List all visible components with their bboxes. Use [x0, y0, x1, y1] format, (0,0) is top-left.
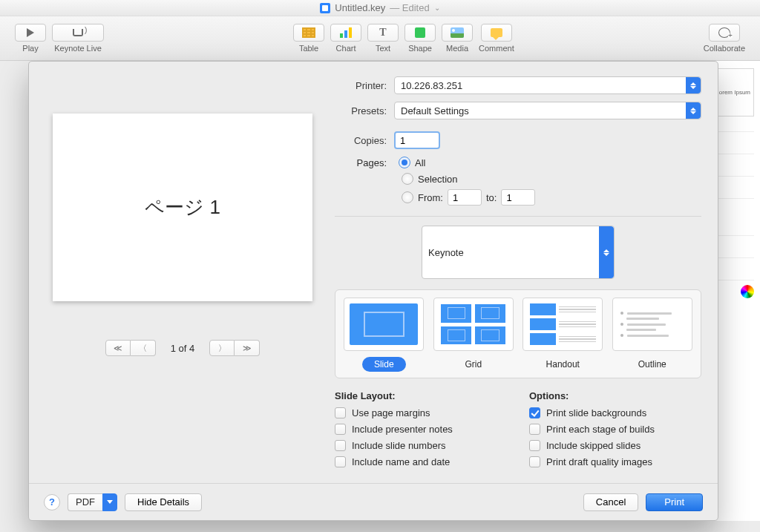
- table-icon: [302, 27, 315, 38]
- pages-all-radio[interactable]: [399, 157, 410, 168]
- print-dialog: ページ 1 ≪ 〈 1 of 4 〉 ≫ Printer: 10.226.83.…: [28, 61, 718, 521]
- next-page-button[interactable]: 〉: [209, 340, 235, 356]
- layout-grid-tile[interactable]: Grid: [433, 298, 515, 372]
- live-label: Keynote Live: [54, 44, 102, 53]
- edited-indicator: — Edited: [390, 2, 429, 13]
- app-options-select[interactable]: Keynote: [422, 226, 615, 279]
- main-toolbar: Play Keynote Live Table Chart T Text Sha…: [0, 16, 760, 61]
- play-label: Play: [22, 44, 38, 53]
- shape-button[interactable]: [404, 24, 436, 42]
- print-options: Options: Print slide backgrounds Print e…: [529, 390, 701, 473]
- prev-page-button[interactable]: 〈: [131, 340, 156, 356]
- select-arrows-icon: [599, 226, 614, 278]
- play-button[interactable]: [15, 24, 46, 42]
- collaborate-button[interactable]: [709, 24, 740, 42]
- handout-tile-label: Handout: [534, 357, 592, 372]
- name-date-label: Include name and date: [352, 456, 450, 467]
- help-button[interactable]: ?: [44, 494, 60, 510]
- collaborate-label: Collaborate: [704, 44, 745, 53]
- chart-button[interactable]: [330, 24, 361, 42]
- printer-label: Printer:: [335, 80, 394, 91]
- slide-numbers-label: Include slide numbers: [352, 440, 445, 451]
- print-builds-checkbox[interactable]: [529, 424, 540, 435]
- collaborate-icon: [718, 27, 730, 38]
- print-builds-label: Print each stage of builds: [546, 424, 655, 435]
- pages-range-radio[interactable]: [402, 191, 413, 203]
- presenter-notes-label: Include presenter notes: [352, 424, 453, 435]
- print-settings-column: Printer: 10.226.83.251 Presets: Default …: [335, 76, 701, 473]
- pages-selection-label: Selection: [418, 174, 457, 185]
- grid-tile-label: Grid: [453, 357, 494, 372]
- presets-label: Presets:: [335, 105, 394, 116]
- table-button[interactable]: [293, 24, 324, 42]
- layout-outline-tile[interactable]: Outline: [612, 298, 694, 372]
- pdf-button-label: PDF: [76, 496, 95, 508]
- from-input[interactable]: [448, 189, 482, 206]
- print-preview-column: ページ 1 ≪ 〈 1 of 4 〉 ≫: [45, 76, 320, 473]
- presenter-notes-checkbox[interactable]: [335, 424, 346, 435]
- comment-label: Comment: [479, 44, 514, 53]
- text-label: Text: [376, 44, 390, 53]
- first-page-button[interactable]: ≪: [105, 340, 131, 356]
- print-backgrounds-checkbox[interactable]: [529, 407, 540, 418]
- copies-input[interactable]: [394, 131, 440, 149]
- outline-tile-label: Outline: [626, 357, 678, 372]
- table-label: Table: [299, 44, 318, 53]
- window-titlebar: Untitled.key — Edited ⌄: [0, 0, 760, 16]
- document-title: Untitled.key: [335, 2, 385, 13]
- preview-slide-text: ページ 1: [145, 194, 220, 220]
- play-icon: [27, 28, 34, 37]
- media-icon: [451, 27, 464, 38]
- outline-layout-icon: [620, 312, 684, 337]
- pdf-menu-button[interactable]: PDF: [68, 493, 117, 511]
- text-icon: T: [379, 27, 386, 39]
- draft-quality-checkbox[interactable]: [529, 456, 540, 467]
- name-date-checkbox[interactable]: [335, 456, 346, 467]
- color-wheel-icon[interactable]: [741, 285, 754, 298]
- layout-tiles: Slide Grid Handout: [335, 289, 701, 378]
- last-page-button[interactable]: ≫: [235, 340, 260, 356]
- print-button[interactable]: Print: [646, 493, 703, 511]
- preview-page: ページ 1: [53, 114, 312, 301]
- use-margins-checkbox[interactable]: [335, 407, 346, 418]
- layout-slide-tile[interactable]: Slide: [343, 298, 425, 372]
- slide-numbers-checkbox[interactable]: [335, 440, 346, 451]
- slide-layout-options: Slide Layout: Use page margins Include p…: [335, 390, 507, 473]
- cancel-button[interactable]: Cancel: [583, 493, 638, 511]
- hide-details-button[interactable]: Hide Details: [125, 493, 202, 511]
- options-heading: Options:: [529, 390, 701, 401]
- presets-value: Default Settings: [401, 105, 469, 116]
- slide-layout-heading: Slide Layout:: [335, 390, 507, 401]
- separator: [335, 216, 701, 217]
- chevron-down-icon: [102, 493, 117, 511]
- title-chevron-icon[interactable]: ⌄: [434, 4, 440, 12]
- media-button[interactable]: [442, 24, 473, 42]
- preview-counter: 1 of 4: [171, 343, 195, 354]
- layout-handout-tile[interactable]: Handout: [522, 298, 604, 372]
- from-label: From:: [418, 192, 443, 203]
- media-label: Media: [446, 44, 468, 53]
- include-skipped-label: Include skipped slides: [546, 440, 641, 451]
- comment-button[interactable]: [481, 24, 512, 42]
- text-button[interactable]: T: [367, 24, 399, 42]
- broadcast-icon: [73, 29, 83, 36]
- app-options-value: Keynote: [428, 247, 464, 258]
- presets-select[interactable]: Default Settings: [394, 102, 701, 119]
- to-input[interactable]: [501, 189, 535, 206]
- document-icon: [320, 3, 330, 13]
- select-arrows-icon: [686, 102, 701, 119]
- keynote-live-button[interactable]: [52, 24, 104, 42]
- handout-layout-icon: [530, 303, 596, 345]
- include-skipped-checkbox[interactable]: [529, 440, 540, 451]
- draft-quality-label: Print draft quality images: [546, 456, 652, 467]
- grid-layout-icon: [441, 304, 505, 345]
- shape-label: Shape: [408, 44, 432, 53]
- use-margins-label: Use page margins: [352, 407, 430, 418]
- pages-selection-radio[interactable]: [402, 173, 413, 185]
- print-backgrounds-label: Print slide backgrounds: [546, 407, 646, 418]
- printer-select[interactable]: 10.226.83.251: [394, 76, 701, 94]
- printer-value: 10.226.83.251: [401, 80, 462, 91]
- to-label: to:: [486, 192, 497, 203]
- comment-icon: [491, 28, 502, 37]
- chart-icon: [340, 27, 352, 38]
